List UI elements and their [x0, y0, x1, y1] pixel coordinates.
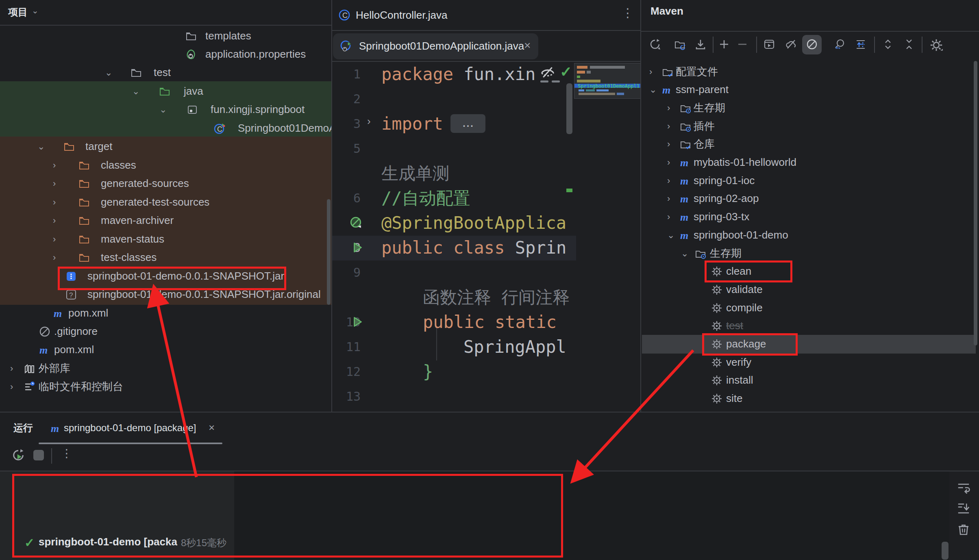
project-tree-item-pom.xml[interactable]: mpom.xml — [0, 341, 331, 359]
scroll-to-end-icon[interactable] — [956, 501, 971, 515]
maven-item-compile[interactable]: compile — [641, 299, 979, 317]
soft-wrap-icon[interactable] — [956, 480, 971, 495]
tree-expanded-chevron-icon[interactable]: ⌄ — [681, 244, 688, 263]
maven-item-插件[interactable]: ›插件 — [641, 117, 979, 135]
maven-item-partial[interactable] — [641, 408, 979, 412]
run-tab-underline — [39, 443, 222, 444]
tab-close-icon[interactable]: × — [524, 39, 531, 52]
tree-collapsed-chevron-icon[interactable]: › — [667, 208, 670, 226]
stop-icon[interactable] — [33, 450, 44, 460]
tree-collapsed-chevron-icon[interactable]: › — [667, 99, 670, 117]
project-tree-item-target[interactable]: ⌄target — [0, 137, 331, 156]
maven-item-仓库[interactable]: ›仓库 — [641, 135, 979, 153]
project-tree-item-springboot-01-demo-0.0.1-SNAPSHOT.jar[interactable]: springboot-01-demo-0.0.1-SNAPSHOT.jar — [0, 267, 331, 285]
maven-item-test[interactable]: test — [641, 317, 979, 335]
maven-item-validate[interactable]: validate — [641, 280, 979, 299]
tree-collapsed-chevron-icon[interactable]: › — [667, 171, 670, 190]
maven-item-install[interactable]: install — [641, 371, 979, 389]
run-gutter-play-icon[interactable] — [351, 241, 364, 254]
maven-item-spring-01-ioc[interactable]: ›mspring-01-ioc — [641, 171, 979, 190]
project-tree-item-test[interactable]: ⌄test — [0, 63, 331, 82]
eye-off-icon[interactable] — [539, 64, 557, 80]
project-tree-item-.gitignore[interactable]: .gitignore — [0, 322, 331, 341]
console-output[interactable]: [INFO][INFO] BUILD SUCCESS[INFO][INFO] T… — [234, 471, 949, 560]
project-tree-item-templates[interactable]: templates — [0, 27, 331, 45]
tree-expanded-chevron-icon[interactable]: ⌄ — [649, 80, 657, 99]
project-tree-item-maven-status[interactable]: ›maven-status — [0, 230, 331, 248]
run-tab-label[interactable]: springboot-01-demo [package] — [64, 422, 196, 434]
maven-item-label: clean — [726, 262, 751, 280]
maven-item-spring-02-aop[interactable]: ›mspring-02-aop — [641, 189, 979, 208]
tree-collapsed-chevron-icon[interactable]: › — [667, 189, 670, 208]
project-tree-item-application.properties[interactable]: application.properties — [0, 45, 331, 63]
run-tab[interactable]: m springboot-01-demo [package] × — [39, 412, 222, 444]
spring-gutter-icon[interactable] — [349, 216, 362, 229]
tree-collapsed-chevron-icon[interactable]: › — [649, 63, 652, 81]
maven-item-spring-03-tx[interactable]: ›mspring-03-tx — [641, 208, 979, 226]
project-tree-item-generated-test-sources[interactable]: ›generated-test-sources — [0, 193, 331, 211]
tree-expanded-chevron-icon[interactable]: ⌄ — [159, 100, 167, 119]
svg-text:m: m — [51, 423, 59, 434]
tree-collapsed-chevron-icon[interactable]: › — [53, 230, 56, 248]
code-editor[interactable]: 1package fun.xin23›import ...5生成单测6//自动配… — [332, 62, 640, 412]
rerun-icon[interactable] — [11, 448, 25, 462]
folder-gear-icon — [694, 247, 707, 260]
tree-collapsed-chevron-icon[interactable]: › — [667, 117, 670, 135]
project-tree-item-java[interactable]: ⌄java — [0, 82, 331, 100]
tree-collapsed-chevron-icon[interactable]: › — [53, 193, 56, 211]
run-gutter-play-icon[interactable] — [351, 315, 364, 328]
tree-expanded-chevron-icon[interactable]: ⌄ — [132, 82, 139, 100]
editor-scrollbar[interactable] — [566, 83, 572, 134]
project-tree-item-fun.xingji.springboot[interactable]: ⌄fun.xingji.springboot — [0, 100, 331, 119]
breadcrumb-file[interactable]: HelloController.java — [356, 9, 447, 22]
tree-collapsed-chevron-icon[interactable]: › — [667, 153, 670, 171]
editor-more-kebab-icon[interactable]: ⋮ — [622, 6, 634, 20]
run-node-label[interactable]: springboot-01-demo [packa — [39, 536, 181, 548]
maven-item-clean[interactable]: clean — [641, 262, 979, 280]
tree-expanded-chevron-icon[interactable]: ⌄ — [105, 63, 112, 82]
project-tree-item-maven-archiver[interactable]: ›maven-archiver — [0, 211, 331, 230]
project-tree-item-springboot-01-demo-0.0.1-SNAPSHOT.jar.original[interactable]: ?springboot-01-demo-0.0.1-SNAPSHOT.jar.o… — [0, 285, 331, 304]
project-tree-item-临时文件和控制台[interactable]: ›临时文件和控制台 — [0, 378, 331, 396]
package-icon — [186, 104, 198, 116]
project-tree-item-外部库[interactable]: ›外部库 — [0, 359, 331, 378]
tree-collapsed-chevron-icon[interactable]: › — [10, 378, 13, 396]
project-scrollbar[interactable] — [327, 199, 331, 305]
svg-text:m: m — [680, 211, 688, 223]
folded-imports-box[interactable]: ... — [450, 114, 485, 133]
maven-item-verify[interactable]: verify — [641, 353, 979, 371]
run-more-kebab-icon[interactable]: ⋮ — [61, 447, 72, 460]
maven-item-ssm-parent[interactable]: ⌄mssm-parent — [641, 80, 979, 99]
no-problems-check-icon[interactable]: ✓ — [560, 63, 572, 80]
maven-item-mybatis-01-helloworld[interactable]: ›mmybatis-01-helloworld — [641, 153, 979, 171]
tree-expanded-chevron-icon[interactable]: ⌄ — [37, 137, 45, 156]
tree-collapsed-chevron-icon[interactable]: › — [53, 248, 56, 267]
project-tree-item-pom.xml[interactable]: mpom.xml — [0, 304, 331, 322]
tree-collapsed-chevron-icon[interactable]: › — [667, 135, 670, 153]
maven-scrollbar[interactable] — [974, 61, 977, 345]
fold-chevron-icon[interactable]: › — [367, 115, 371, 128]
project-tree-item-Springboot01DemoApplicationTests[interactable]: CSpringboot01DemoApplicationTests — [0, 119, 331, 137]
maven-item-site[interactable]: site — [641, 389, 979, 408]
run-tab-close-icon[interactable]: × — [209, 421, 215, 434]
maven-item-springboot-01-demo[interactable]: ⌄mspringboot-01-demo — [641, 226, 979, 244]
run-window-label[interactable]: 运行 — [13, 421, 33, 434]
clear-all-icon[interactable] — [956, 522, 971, 537]
project-tree-item-test-classes[interactable]: ›test-classes — [0, 248, 331, 267]
project-tree-item-generated-sources[interactable]: ›generated-sources — [0, 174, 331, 193]
tree-expanded-chevron-icon[interactable]: ⌄ — [667, 226, 674, 244]
tree-collapsed-chevron-icon[interactable]: › — [53, 156, 56, 174]
tree-collapsed-chevron-icon[interactable]: › — [53, 174, 56, 193]
maven-item-生存期[interactable]: ›生存期 — [641, 99, 979, 117]
tree-collapsed-chevron-icon[interactable]: › — [53, 211, 56, 230]
tree-collapsed-chevron-icon[interactable]: › — [10, 359, 13, 378]
editor-tab-label[interactable]: Springboot01DemoApplication.java — [359, 40, 524, 52]
console-scrollbar[interactable] — [942, 542, 949, 560]
run-success-check-icon: ✓ — [24, 536, 35, 550]
maven-item-配置文件[interactable]: ›配置文件 — [641, 63, 979, 81]
project-tree-item-classes[interactable]: ›classes — [0, 156, 331, 174]
maven-item-生存期[interactable]: ⌄生存期 — [641, 244, 979, 263]
maven-item-package[interactable]: package — [641, 335, 979, 353]
editor-tab[interactable]: Springboot01DemoApplication.java × — [333, 33, 538, 59]
code-line-1: package fun.xin — [381, 64, 535, 85]
